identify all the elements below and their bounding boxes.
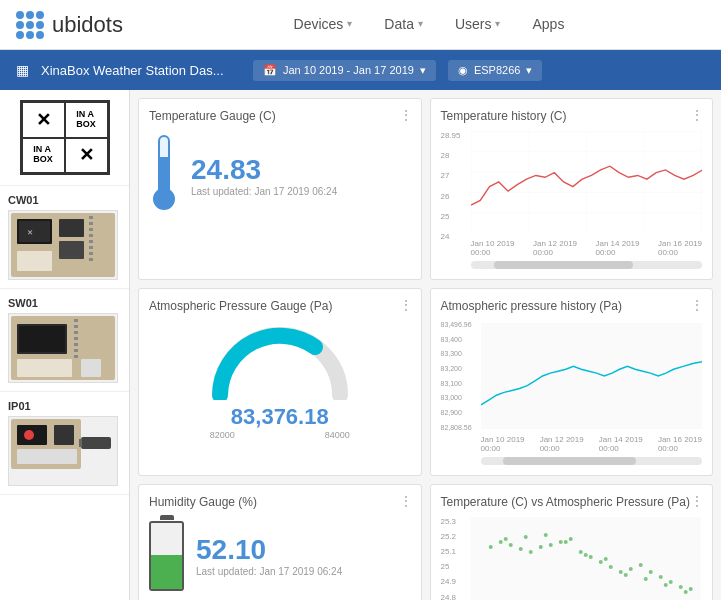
dashboard-title: XinaBox Weather Station Das... bbox=[41, 63, 241, 78]
svg-point-64 bbox=[623, 573, 627, 577]
ubidots-logo-dots bbox=[16, 11, 44, 39]
nav-menu: Devices ▾ Data ▾ Users ▾ Apps bbox=[153, 0, 705, 50]
svg-rect-19 bbox=[74, 325, 78, 328]
svg-point-38 bbox=[498, 540, 502, 544]
temp-history-title: Temperature history (C) bbox=[441, 109, 703, 123]
pressure-value: 83,376.18 bbox=[231, 404, 329, 430]
chevron-down-icon: ▾ bbox=[347, 18, 352, 29]
chart-scroll[interactable] bbox=[471, 261, 703, 269]
svg-rect-12 bbox=[89, 252, 93, 255]
logo-ina-box: IN ABOX bbox=[65, 102, 108, 138]
svg-point-42 bbox=[538, 545, 542, 549]
svg-point-57 bbox=[688, 587, 692, 591]
widget-humidity-gauge: Humidity Gauge (%) ⋮ 52.10 Last updated:… bbox=[138, 484, 422, 600]
svg-rect-11 bbox=[89, 246, 93, 249]
widget-pressure-gauge: Atmospheric Pressure Gauge (Pa) ⋮ 83,376… bbox=[138, 288, 422, 476]
dashboard-icon: ▦ bbox=[16, 62, 29, 78]
logo-area: ubidots bbox=[16, 11, 123, 39]
humidity-gauge-content: 52.10 Last updated: Jan 17 2019 06:24 bbox=[149, 517, 411, 595]
widget-menu-icon[interactable]: ⋮ bbox=[399, 297, 413, 313]
svg-point-56 bbox=[678, 585, 682, 589]
semicircle-gauge bbox=[210, 325, 350, 400]
svg-point-39 bbox=[508, 543, 512, 547]
widget-temp-gauge: Temperature Gauge (C) ⋮ 24.83 Last updat… bbox=[138, 98, 422, 280]
chevron-down-icon: ▾ bbox=[420, 64, 426, 77]
svg-point-61 bbox=[563, 540, 567, 544]
svg-rect-10 bbox=[89, 240, 93, 243]
svg-rect-2 bbox=[19, 221, 50, 242]
calendar-icon: 📅 bbox=[263, 64, 277, 77]
sidebar: ✕ IN ABOX IN ABOX ✕ CW01 ✕ bbox=[0, 90, 130, 600]
svg-rect-20 bbox=[74, 331, 78, 334]
device-cw01-image: ✕ bbox=[8, 210, 118, 280]
scatter-chart bbox=[469, 517, 703, 600]
svg-rect-30 bbox=[54, 425, 74, 445]
svg-point-46 bbox=[578, 550, 582, 554]
widget-menu-icon[interactable]: ⋮ bbox=[690, 107, 704, 123]
widget-menu-icon[interactable]: ⋮ bbox=[399, 107, 413, 123]
svg-point-44 bbox=[558, 540, 562, 544]
x-axis-labels: Jan 10 201900:00 Jan 12 201900:00 Jan 14… bbox=[471, 239, 703, 257]
temp-history-chart bbox=[471, 131, 703, 233]
sidebar-device-sw01[interactable]: SW01 bbox=[0, 289, 129, 392]
scatter-y-axis: 25.3 25.2 25.1 25 24.9 24.8 24.6 bbox=[441, 517, 457, 600]
svg-rect-21 bbox=[74, 337, 78, 340]
widget-menu-icon[interactable]: ⋮ bbox=[690, 493, 704, 509]
device-selector[interactable]: ◉ ESP8266 ▾ bbox=[448, 60, 542, 81]
svg-rect-35 bbox=[481, 323, 703, 429]
navbar: ubidots Devices ▾ Data ▾ Users ▾ Apps bbox=[0, 0, 721, 50]
nav-devices[interactable]: Devices ▾ bbox=[278, 0, 369, 50]
temp-last-updated: Last updated: Jan 17 2019 06:24 bbox=[191, 186, 337, 197]
sidebar-device-cw01[interactable]: CW01 ✕ bbox=[0, 186, 129, 289]
svg-rect-22 bbox=[74, 343, 78, 346]
widget-menu-icon[interactable]: ⋮ bbox=[690, 297, 704, 313]
temp-vs-pressure-title: Temperature (C) vs Atmospheric Pressure … bbox=[441, 495, 703, 509]
device-ip01-image bbox=[8, 416, 118, 486]
humidity-gauge-title: Humidity Gauge (%) bbox=[149, 495, 411, 509]
main-content: ✕ IN ABOX IN ABOX ✕ CW01 ✕ bbox=[0, 90, 721, 600]
svg-rect-24 bbox=[74, 355, 78, 358]
sidebar-device-ip01[interactable]: IP01 bbox=[0, 392, 129, 495]
dashboard: Temperature Gauge (C) ⋮ 24.83 Last updat… bbox=[130, 90, 721, 600]
svg-rect-5 bbox=[59, 241, 84, 259]
svg-point-67 bbox=[683, 590, 687, 594]
svg-rect-26 bbox=[81, 359, 101, 377]
chart-scroll2[interactable] bbox=[481, 457, 703, 465]
svg-point-41 bbox=[528, 550, 532, 554]
svg-point-54 bbox=[658, 575, 662, 579]
pressure-x-labels: Jan 10 201900:00 Jan 12 201900:00 Jan 14… bbox=[481, 435, 703, 453]
svg-rect-9 bbox=[89, 234, 93, 237]
pressure-y-axis: 83,496.96 83,400 83,300 83,200 83,100 83… bbox=[441, 321, 472, 431]
svg-point-49 bbox=[608, 565, 612, 569]
logo-x-icon2: ✕ bbox=[65, 138, 108, 174]
subnav: ▦ XinaBox Weather Station Das... 📅 Jan 1… bbox=[0, 50, 721, 90]
svg-rect-13 bbox=[89, 258, 93, 261]
svg-point-48 bbox=[598, 560, 602, 564]
nav-users[interactable]: Users ▾ bbox=[439, 0, 517, 50]
svg-rect-7 bbox=[89, 222, 93, 225]
thermometer-icon bbox=[149, 135, 179, 215]
date-range-picker[interactable]: 📅 Jan 10 2019 - Jan 17 2019 ▾ bbox=[253, 60, 436, 81]
pressure-range-labels: 82000 84000 bbox=[210, 430, 350, 440]
device-sw01-image bbox=[8, 313, 118, 383]
svg-point-58 bbox=[503, 537, 507, 541]
ubidots-logo-text: ubidots bbox=[52, 12, 123, 38]
svg-rect-31 bbox=[17, 449, 77, 464]
widget-menu-icon[interactable]: ⋮ bbox=[399, 493, 413, 509]
svg-point-63 bbox=[603, 557, 607, 561]
svg-rect-33 bbox=[79, 439, 82, 447]
temp-gauge-content: 24.83 Last updated: Jan 17 2019 06:24 bbox=[149, 131, 411, 219]
device-sw01-label: SW01 bbox=[8, 297, 121, 309]
pressure-history-title: Atmospheric pressure history (Pa) bbox=[441, 299, 703, 313]
temp-value: 24.83 bbox=[191, 154, 337, 186]
pressure-gauge-content: 83,376.18 82000 84000 bbox=[149, 321, 411, 444]
svg-rect-4 bbox=[59, 219, 84, 237]
svg-point-37 bbox=[488, 545, 492, 549]
device-ip01-label: IP01 bbox=[8, 400, 121, 412]
nav-data[interactable]: Data ▾ bbox=[368, 0, 439, 50]
svg-rect-25 bbox=[17, 359, 72, 377]
svg-point-43 bbox=[548, 543, 552, 547]
battery-top bbox=[160, 515, 174, 520]
nav-apps[interactable]: Apps bbox=[516, 0, 580, 50]
logo-ina-box2: IN ABOX bbox=[22, 138, 65, 174]
